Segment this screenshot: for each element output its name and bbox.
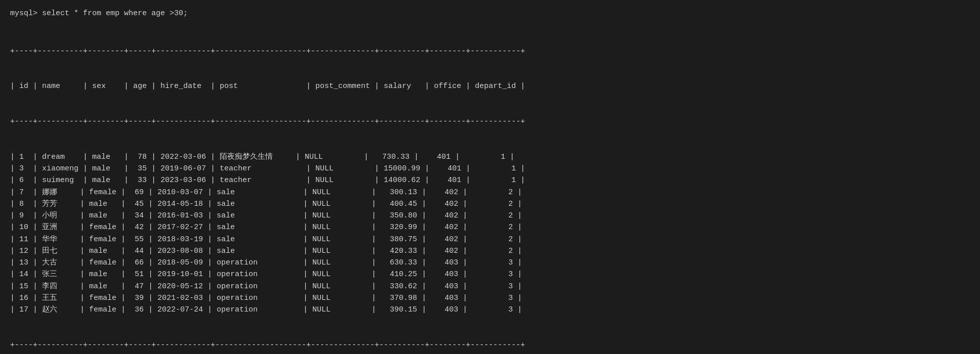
table-row: | 9 | 小明 | male | 34 | 2016-01-03 | sale…	[10, 210, 970, 222]
table-row: | 11 | 华华 | female | 55 | 2018-03-19 | s…	[10, 234, 970, 245]
table-row: | 17 | 赵六 | female | 36 | 2022-07-24 | o…	[10, 304, 970, 316]
sql-prompt: mysql> select * from emp where age >30;	[10, 9, 970, 18]
table-row: | 6 | suimeng | male | 33 | 2023-03-06 |…	[10, 174, 970, 186]
table-row: | 10 | 亚洲 | female | 42 | 2017-02-27 | s…	[10, 222, 970, 233]
table-row: | 7 | 娜娜 | female | 69 | 2010-03-07 | sa…	[10, 187, 970, 198]
table-row: | 12 | 田七 | male | 44 | 2023-08-08 | sal…	[10, 245, 970, 257]
table-row: | 3 | xiaomeng | male | 35 | 2019-06-07 …	[10, 163, 970, 174]
table-body: | 1 | dream | male | 78 | 2022-03-06 | 陌…	[10, 151, 970, 316]
top-separator: +----+----------+--------+-----+--------…	[10, 46, 970, 57]
table-row: | 1 | dream | male | 78 | 2022-03-06 | 陌…	[10, 151, 970, 163]
table-row: | 15 | 李四 | male | 47 | 2020-05-12 | ope…	[10, 281, 970, 292]
header-separator: +----+----------+--------+-----+--------…	[10, 116, 970, 127]
table-row: | 13 | 大古 | female | 66 | 2018-05-09 | o…	[10, 257, 970, 269]
table-row: | 16 | 王五 | female | 39 | 2021-02-03 | o…	[10, 292, 970, 304]
terminal-window: mysql> select * from emp where age >30; …	[10, 9, 970, 354]
table-header: | id | name | sex | age | hire_date | po…	[10, 80, 970, 92]
table-row: | 14 | 张三 | male | 51 | 2019-10-01 | ope…	[10, 269, 970, 280]
result-table: +----+----------+--------+-----+--------…	[10, 22, 970, 354]
table-row: | 8 | 芳芳 | male | 45 | 2014-05-18 | sale…	[10, 198, 970, 210]
bottom-separator: +----+----------+--------+-----+--------…	[10, 339, 970, 351]
